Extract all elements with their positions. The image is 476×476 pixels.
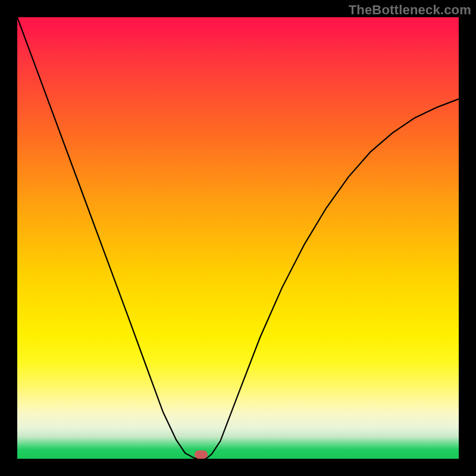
watermark-text: TheBottleneck.com [349,2,471,18]
optimal-marker [195,450,208,459]
plot-area [17,17,459,459]
chart-container: TheBottleneck.com [0,0,476,476]
